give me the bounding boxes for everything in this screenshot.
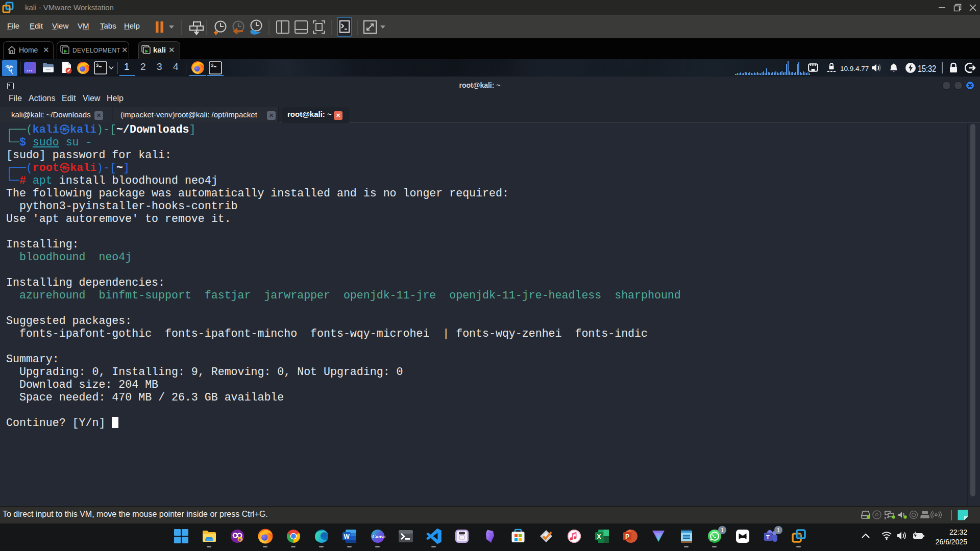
svg-text:P: P [625, 533, 629, 540]
svg-text:T: T [766, 534, 770, 540]
svg-text:X: X [597, 533, 601, 540]
svg-text:W: W [344, 533, 350, 540]
svg-text:Canva: Canva [373, 534, 386, 539]
svg-text:$: $ [8, 84, 10, 87]
svg-text:$: $ [211, 63, 214, 68]
svg-text:$: $ [96, 63, 99, 68]
